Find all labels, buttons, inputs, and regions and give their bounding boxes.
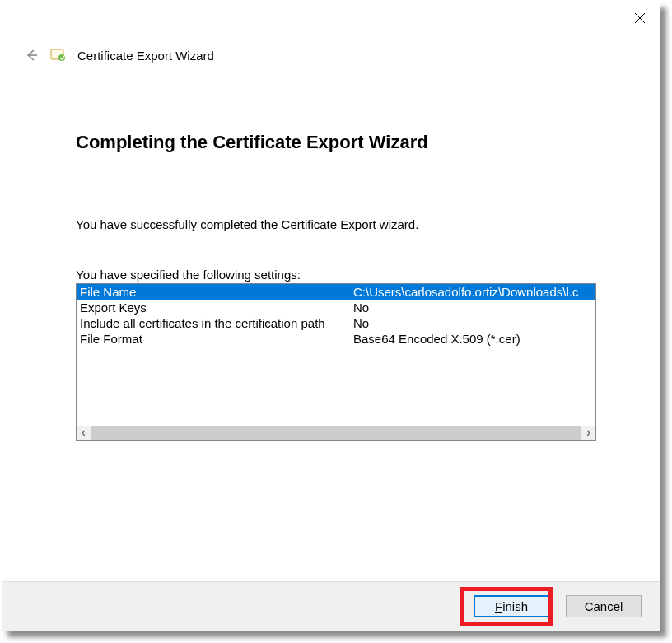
content-area: Completing the Certificate Export Wizard… xyxy=(2,64,660,441)
settings-key: Include all certificates in the certific… xyxy=(77,315,350,331)
settings-value: Base64 Encoded X.509 (*.cer) xyxy=(350,331,595,347)
settings-value: No xyxy=(350,315,595,331)
settings-row[interactable]: File NameC:\Users\carlosadolfo.ortiz\Dow… xyxy=(77,284,595,300)
settings-table: File NameC:\Users\carlosadolfo.ortiz\Dow… xyxy=(77,284,595,347)
dialog-window: Certificate Export Wizard Completing the… xyxy=(2,2,660,631)
finish-button[interactable]: Finish xyxy=(474,595,549,617)
titlebar xyxy=(2,2,660,31)
back-arrow-icon[interactable] xyxy=(23,47,40,63)
horizontal-scrollbar[interactable] xyxy=(77,426,595,440)
certificate-wizard-icon xyxy=(49,46,68,64)
settings-row[interactable]: File FormatBase64 Encoded X.509 (*.cer) xyxy=(77,331,595,347)
page-heading: Completing the Certificate Export Wizard xyxy=(76,132,586,153)
listview-empty-area xyxy=(77,347,595,426)
settings-key: File Name xyxy=(77,284,350,300)
close-icon[interactable] xyxy=(632,10,648,26)
scroll-right-icon[interactable] xyxy=(581,426,595,440)
scrollbar-thumb[interactable] xyxy=(91,426,581,440)
settings-value: No xyxy=(350,300,595,315)
settings-key: File Format xyxy=(77,331,350,347)
header-row: Certificate Export Wizard xyxy=(2,46,660,64)
settings-row[interactable]: Export KeysNo xyxy=(77,300,595,315)
wizard-title: Certificate Export Wizard xyxy=(77,49,214,63)
settings-row[interactable]: Include all certificates in the certific… xyxy=(77,315,595,331)
success-message: You have successfully completed the Cert… xyxy=(76,217,586,231)
settings-label: You have specified the following setting… xyxy=(76,268,586,282)
cancel-button[interactable]: Cancel xyxy=(566,595,642,617)
settings-value: C:\Users\carlosadolfo.ortiz\Downloads\l.… xyxy=(350,284,595,300)
settings-key: Export Keys xyxy=(77,300,350,315)
scroll-left-icon[interactable] xyxy=(77,426,91,440)
button-footer: Finish Cancel xyxy=(2,581,660,631)
settings-listview[interactable]: File NameC:\Users\carlosadolfo.ortiz\Dow… xyxy=(76,283,596,441)
